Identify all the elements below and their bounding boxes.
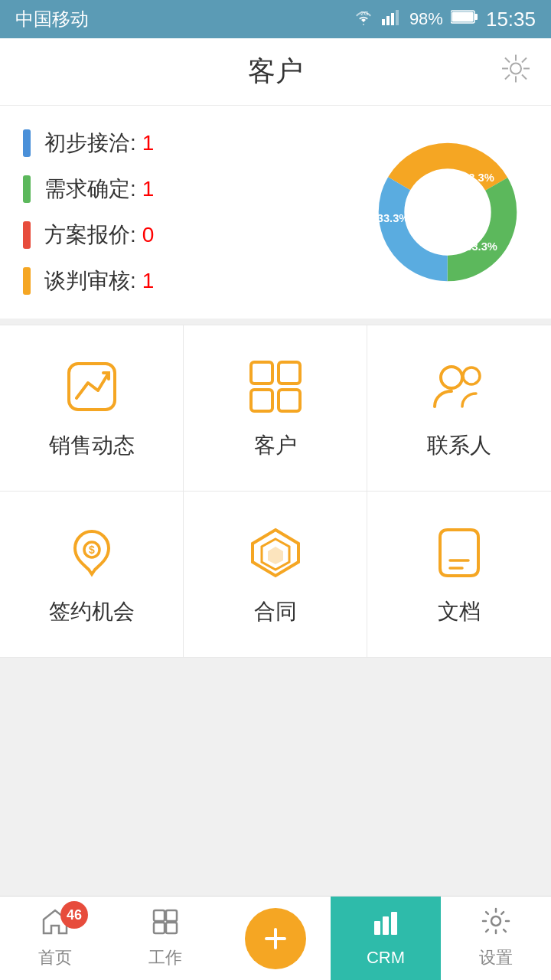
stat-value-3: 1 (142, 269, 155, 293)
svg-rect-1 (382, 19, 385, 25)
svg-point-30 (463, 368, 480, 384)
svg-rect-3 (391, 13, 394, 25)
svg-line-15 (505, 74, 510, 79)
svg-marker-35 (268, 547, 283, 564)
menu-item-contract[interactable]: 合同 (184, 492, 367, 658)
tab-home[interactable]: 46 首页 (0, 897, 110, 980)
stat-item-2[interactable]: 方案报价: 0 (23, 220, 367, 250)
status-right-icons: 2G 98% 15:35 (353, 8, 536, 31)
stat-label-1: 需求确定: (44, 175, 136, 204)
svg-rect-4 (396, 10, 399, 25)
tab-bar: 46 首页 工作 (0, 896, 551, 980)
stats-list: 初步接洽: 1 需求确定: 1 方案报价: 0 谈判审核: 1 (23, 129, 367, 296)
stat-dot-0 (23, 129, 31, 157)
stat-value-1: 1 (142, 177, 155, 201)
svg-line-12 (505, 57, 510, 62)
svg-rect-40 (154, 923, 165, 933)
menu-label-sales: 销售动态 (49, 431, 135, 460)
stat-label-0: 初步接洽: (44, 129, 136, 158)
menu-item-document[interactable]: 文档 (367, 492, 551, 658)
svg-rect-38 (154, 910, 165, 921)
stat-item-0[interactable]: 初步接洽: 1 (23, 129, 367, 158)
svg-rect-2 (386, 16, 390, 25)
stat-dot-3 (23, 267, 31, 295)
menu-grid: 销售动态 客户 联系人 (0, 325, 551, 658)
svg-text:2G: 2G (360, 10, 369, 17)
svg-rect-46 (391, 912, 397, 935)
opportunity-icon: $ (61, 522, 122, 583)
document-icon (429, 522, 490, 583)
stats-section: 初步接洽: 1 需求确定: 1 方案报价: 0 谈判审核: 1 (0, 106, 551, 325)
star-icon[interactable] (499, 51, 533, 92)
tab-home-label: 首页 (38, 946, 72, 969)
tab-add[interactable] (220, 897, 331, 980)
home-badge: 46 (60, 901, 88, 929)
contact-icon (429, 356, 490, 417)
menu-item-opportunity[interactable]: $ 签约机会 (0, 492, 184, 658)
tab-crm-label: CRM (367, 948, 405, 968)
stat-item-1[interactable]: 需求确定: 1 (23, 175, 367, 204)
stat-dot-2 (23, 221, 31, 249)
tab-work[interactable]: 工作 (110, 897, 220, 980)
svg-rect-41 (166, 923, 177, 933)
menu-label-contract: 合同 (254, 597, 297, 626)
settings-icon (481, 907, 510, 942)
time-text: 15:35 (486, 8, 536, 31)
menu-label-contact: 联系人 (427, 431, 491, 460)
svg-rect-27 (251, 390, 272, 411)
carrier-text: 中国移动 (15, 7, 89, 31)
svg-line-14 (522, 57, 527, 62)
bottom-spacer (0, 658, 551, 826)
sales-icon (61, 356, 122, 417)
stat-item-3[interactable]: 谈判审核: 1 (23, 266, 367, 296)
wifi-icon: 2G (353, 8, 374, 30)
stat-dot-1 (23, 175, 31, 203)
signal-icon (382, 8, 402, 30)
stat-label-3: 谈判审核: (44, 266, 136, 296)
svg-rect-7 (452, 12, 473, 22)
svg-rect-44 (374, 921, 380, 935)
stat-value-0: 1 (142, 131, 155, 155)
svg-point-29 (441, 367, 462, 388)
svg-text:33.3%: 33.3% (465, 240, 497, 253)
svg-rect-39 (166, 910, 177, 921)
menu-label-customer: 客户 (254, 431, 297, 460)
tab-settings-label: 设置 (479, 946, 513, 969)
page-title: 客户 (248, 53, 303, 90)
svg-rect-6 (474, 14, 478, 20)
menu-item-customer[interactable]: 客户 (184, 325, 367, 492)
work-icon (151, 907, 180, 942)
donut-chart: 33.3% 33.3% 33.3% (367, 132, 528, 292)
tab-settings[interactable]: 设置 (441, 897, 551, 980)
add-icon[interactable] (245, 908, 306, 969)
svg-point-16 (510, 63, 521, 74)
menu-label-document: 文档 (438, 597, 481, 626)
svg-line-13 (522, 74, 527, 79)
customer-icon (245, 356, 306, 417)
svg-point-47 (491, 916, 500, 926)
crm-icon (371, 909, 400, 943)
contract-icon (245, 522, 306, 583)
svg-text:33.3%: 33.3% (462, 172, 494, 184)
stat-label-2: 方案报价: (44, 220, 136, 250)
tab-work-label: 工作 (148, 946, 182, 969)
status-bar: 中国移动 2G 98% (0, 0, 551, 38)
svg-rect-28 (279, 390, 300, 411)
header: 客户 (0, 38, 551, 106)
menu-label-opportunity: 签约机会 (49, 597, 135, 626)
stat-value-2: 0 (142, 223, 155, 247)
battery-icon (451, 9, 478, 29)
svg-rect-26 (279, 362, 300, 384)
svg-text:33.3%: 33.3% (377, 212, 409, 224)
menu-item-contact[interactable]: 联系人 (367, 325, 551, 492)
svg-rect-45 (383, 916, 389, 935)
menu-item-sales[interactable]: 销售动态 (0, 325, 184, 492)
svg-text:$: $ (89, 544, 95, 556)
battery-text: 98% (409, 9, 443, 29)
svg-rect-25 (251, 362, 272, 384)
tab-crm[interactable]: CRM (331, 897, 441, 980)
